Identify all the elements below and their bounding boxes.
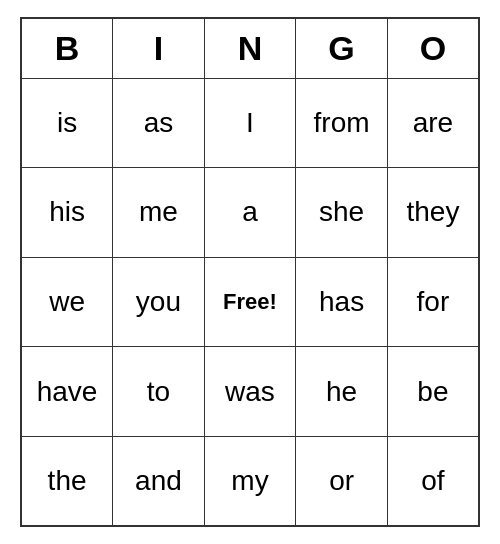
bingo-cell-0-2: I: [204, 78, 296, 168]
bingo-row-0: isasIfromare: [21, 78, 479, 168]
bingo-row-4: theandmyorof: [21, 436, 479, 526]
bingo-cell-0-0: is: [21, 78, 113, 168]
bingo-cell-1-3: she: [296, 168, 388, 258]
bingo-cell-2-1: you: [113, 257, 205, 347]
bingo-cell-4-3: or: [296, 436, 388, 526]
bingo-cell-0-1: as: [113, 78, 205, 168]
bingo-header-i: I: [113, 18, 205, 78]
bingo-cell-3-2: was: [204, 347, 296, 437]
bingo-cell-3-1: to: [113, 347, 205, 437]
bingo-cell-4-4: of: [387, 436, 479, 526]
bingo-row-1: hismeashethey: [21, 168, 479, 258]
bingo-cell-2-0: we: [21, 257, 113, 347]
bingo-cell-1-0: his: [21, 168, 113, 258]
bingo-header-g: G: [296, 18, 388, 78]
bingo-header-n: N: [204, 18, 296, 78]
bingo-cell-2-3: has: [296, 257, 388, 347]
bingo-cell-0-3: from: [296, 78, 388, 168]
bingo-cell-2-2: Free!: [204, 257, 296, 347]
bingo-cell-4-2: my: [204, 436, 296, 526]
bingo-cell-1-2: a: [204, 168, 296, 258]
bingo-cell-1-4: they: [387, 168, 479, 258]
bingo-row-2: weyouFree!hasfor: [21, 257, 479, 347]
bingo-cell-1-1: me: [113, 168, 205, 258]
bingo-cell-4-0: the: [21, 436, 113, 526]
bingo-header-o: O: [387, 18, 479, 78]
bingo-cell-3-4: be: [387, 347, 479, 437]
bingo-row-3: havetowashebe: [21, 347, 479, 437]
bingo-cell-4-1: and: [113, 436, 205, 526]
bingo-header-b: B: [21, 18, 113, 78]
bingo-cell-2-4: for: [387, 257, 479, 347]
bingo-cell-3-3: he: [296, 347, 388, 437]
bingo-card: BINGO isasIfromarehismeashetheyweyouFree…: [20, 17, 480, 527]
bingo-cell-3-0: have: [21, 347, 113, 437]
bingo-cell-0-4: are: [387, 78, 479, 168]
